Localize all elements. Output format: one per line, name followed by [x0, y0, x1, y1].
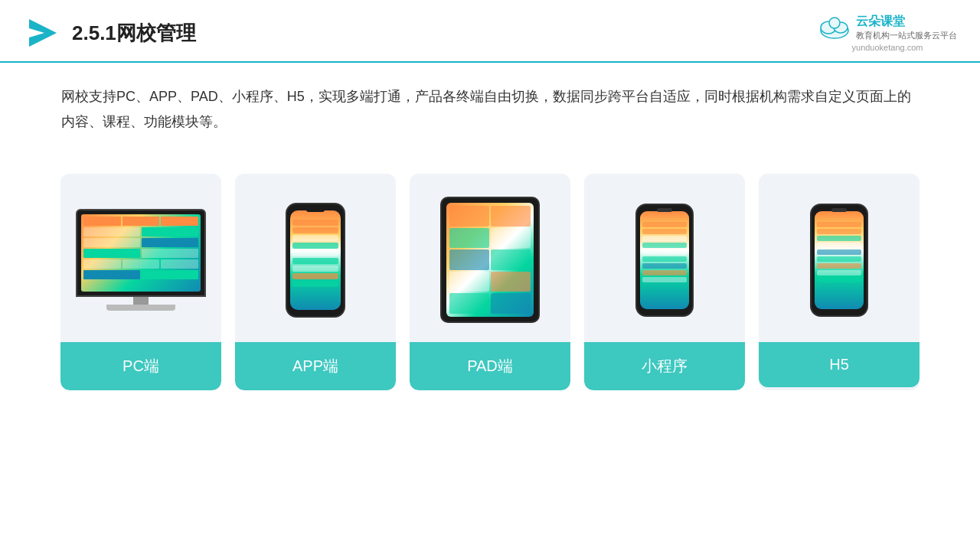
- card-pc-label: PC端: [60, 342, 221, 390]
- brand-url: yunduoketang.com: [852, 43, 923, 52]
- mini-phone-wrap: [635, 204, 694, 317]
- card-h5-image: [759, 174, 920, 342]
- mini-phone-notch: [657, 208, 672, 212]
- cloud-icon: [818, 15, 851, 40]
- h5-phone-screen: [815, 211, 864, 309]
- tablet-mockup: [436, 197, 544, 323]
- logo-arrow-icon: [23, 15, 60, 51]
- pc-neck: [133, 297, 149, 305]
- card-miniprogram-label: 小程序: [584, 342, 745, 390]
- h5-phone-wrap: [810, 204, 868, 317]
- card-h5: H5: [759, 174, 920, 390]
- phone-mockup: [281, 203, 350, 318]
- header-right: 云朵课堂 教育机构一站式服务云平台 yunduoketang.com: [818, 14, 957, 52]
- phone-notch: [306, 207, 325, 212]
- card-app-image: [235, 174, 396, 342]
- card-pad: PAD端: [410, 174, 570, 390]
- pc-mockup: [72, 209, 210, 311]
- card-pad-image: [410, 174, 570, 342]
- mini-phone-outer: [635, 204, 694, 317]
- card-app-label: APP端: [235, 342, 396, 390]
- brand-logo: 云朵课堂 教育机构一站式服务云平台: [818, 14, 957, 41]
- mini-phone-screen: [640, 211, 689, 309]
- pc-screen-outer: [76, 209, 206, 297]
- card-pc: PC端: [60, 174, 221, 390]
- description-content: 网校支持PC、APP、PAD、小程序、H5，实现多端打通，产品各终端自由切换，数…: [61, 89, 911, 129]
- header: 2.5.1网校管理 云朵课堂 教育机构一站式服务云平台 yunduoketang…: [0, 0, 980, 63]
- svg-marker-0: [29, 19, 57, 47]
- tablet-outer: [440, 197, 540, 323]
- phone-outer: [286, 203, 345, 318]
- card-pad-label: PAD端: [410, 342, 570, 390]
- card-h5-label: H5: [759, 342, 920, 387]
- tablet-screen: [446, 203, 534, 317]
- h5-phone-notch: [831, 208, 847, 212]
- header-left: 2.5.1网校管理: [23, 15, 196, 51]
- phone-screen: [290, 210, 341, 310]
- pc-screen-inner: [81, 214, 201, 292]
- brand-name: 云朵课堂: [856, 14, 957, 30]
- brand-tagline: 教育机构一站式服务云平台: [856, 30, 957, 41]
- card-pc-image: [60, 174, 221, 342]
- card-app: APP端: [235, 174, 396, 390]
- cards-section: PC端: [0, 151, 980, 406]
- page-title: 2.5.1网校管理: [72, 20, 196, 47]
- h5-phone-outer: [810, 204, 868, 317]
- card-miniprogram: 小程序: [584, 174, 745, 390]
- card-miniprogram-image: [584, 174, 745, 342]
- pc-base: [106, 305, 175, 311]
- description-text: 网校支持PC、APP、PAD、小程序、H5，实现多端打通，产品各终端自由切换，数…: [0, 63, 980, 143]
